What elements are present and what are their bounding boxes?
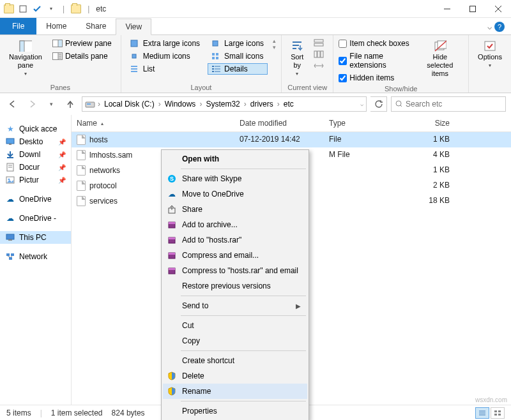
sidebar-quick-access[interactable]: ★Quick acce [0, 123, 71, 135]
help-icon[interactable]: ? [494, 22, 505, 32]
svg-rect-20 [216, 57, 218, 59]
ctx-cut[interactable]: Cut [163, 318, 307, 333]
file-row[interactable]: hosts 07-12-2019 14:42 File 1 KB [72, 132, 511, 147]
layout-medium[interactable]: Medium icons [126, 50, 204, 62]
tab-share[interactable]: Share [76, 18, 116, 34]
maximize-button[interactable] [460, 0, 485, 18]
search-input[interactable] [406, 100, 501, 109]
file-size: 4 KB [397, 147, 455, 163]
tab-view[interactable]: View [116, 19, 151, 35]
refresh-button[interactable] [370, 96, 387, 112]
ctx-copy[interactable]: Copy [163, 333, 307, 349]
layout-scroll-icon[interactable]: ▴▾ [270, 38, 276, 50]
search-box[interactable] [391, 96, 506, 112]
layout-list[interactable]: List [126, 63, 204, 75]
breadcrumb-item[interactable]: System32 [204, 100, 241, 109]
sidebar-label: OneDrive [19, 195, 52, 204]
ctx-share[interactable]: Share [163, 202, 307, 217]
hide-selected-button[interactable]: Hide selected items [417, 38, 463, 81]
group-by-button[interactable] [310, 38, 328, 48]
layout-details[interactable]: Details [208, 63, 268, 75]
ctx-create-shortcut[interactable]: Create shortcut [163, 353, 307, 368]
svg-rect-26 [212, 68, 214, 70]
column-header-type[interactable]: Type [324, 115, 397, 131]
sidebar-item-desktop[interactable]: Deskto📌 [0, 135, 71, 148]
breadcrumb-item[interactable]: drivers [249, 100, 275, 109]
breadcrumb-item[interactable]: Local Disk (C:) [103, 100, 156, 109]
view-thumbnails-toggle[interactable] [491, 407, 505, 419]
drive-icon [85, 100, 95, 109]
column-header-date[interactable]: Date modified [234, 115, 324, 131]
ctx-properties[interactable]: Properties [163, 403, 307, 419]
ctx-compress-hosts-email[interactable]: Compress to "hosts.rar" and email [163, 263, 307, 278]
file-name: protocol [89, 181, 117, 190]
item-check-boxes-toggle[interactable]: Item check boxes [339, 38, 414, 49]
preview-pane-button[interactable]: Preview pane [49, 38, 116, 49]
tab-home[interactable]: Home [36, 18, 76, 34]
sidebar-item-pictures[interactable]: Pictur📌 [0, 174, 71, 186]
address-bar[interactable]: › Local Disk (C:) › Windows › System32 ›… [82, 96, 367, 112]
file-name: services [89, 197, 118, 206]
sidebar-this-pc[interactable]: This PC [0, 231, 71, 244]
svg-rect-58 [6, 253, 10, 256]
ribbon-collapse-icon[interactable]: ⌵ [487, 22, 492, 31]
ctx-open-with[interactable]: Open with [163, 151, 307, 167]
svg-rect-66 [494, 410, 497, 412]
ctx-send-to[interactable]: Send to▶ [163, 298, 307, 313]
sidebar-item-downloads[interactable]: Downl📌 [0, 148, 71, 161]
chevron-right-icon[interactable]: › [157, 100, 162, 109]
options-button[interactable]: Options ▾ [474, 38, 506, 71]
svg-line-62 [11, 256, 12, 257]
shield-icon [167, 371, 177, 381]
file-type [324, 163, 397, 178]
forward-button[interactable] [24, 96, 40, 112]
sidebar-onedrive[interactable]: ☁OneDrive [0, 193, 71, 206]
hidden-items-toggle[interactable]: Hidden items [339, 72, 414, 84]
minimize-button[interactable] [434, 0, 460, 18]
size-columns-button[interactable] [310, 61, 328, 71]
navigation-pane-button[interactable]: Navigation pane ▾ [5, 38, 46, 80]
ctx-move-onedrive[interactable]: ☁Move to OneDrive [163, 186, 307, 202]
column-header-size[interactable]: Size [397, 115, 455, 131]
ctx-rename[interactable]: Rename [163, 384, 307, 399]
up-button[interactable] [63, 96, 78, 112]
view-details-toggle[interactable] [475, 407, 489, 419]
ctx-share-skype[interactable]: SShare with Skype [163, 171, 307, 186]
address-dropdown-icon[interactable]: ⌵ [360, 101, 363, 107]
file-name-extensions-toggle[interactable]: File name extensions [339, 50, 414, 71]
layout-large[interactable]: Large icons [208, 38, 268, 49]
sort-by-button[interactable]: Sort by ▾ [287, 38, 307, 80]
svg-point-46 [396, 101, 401, 106]
close-button[interactable] [485, 0, 511, 18]
sidebar-network[interactable]: Network [0, 250, 71, 263]
ctx-restore[interactable]: Restore previous versions [163, 278, 307, 294]
chevron-right-icon[interactable]: › [96, 100, 102, 109]
layout-small[interactable]: Small icons [208, 50, 268, 62]
ctx-compress-email[interactable]: Compress and email... [163, 248, 307, 263]
qat-dropdown-icon[interactable]: ▾ [46, 4, 56, 14]
app-folder-icon [71, 4, 81, 14]
ctx-add-hosts-rar[interactable]: Add to "hosts.rar" [163, 232, 307, 248]
layout-extra-large[interactable]: Extra large icons [126, 38, 204, 49]
svg-rect-34 [314, 43, 323, 46]
chevron-right-icon[interactable]: › [243, 100, 248, 109]
pin-icon: 📌 [58, 164, 66, 171]
qat-check-icon[interactable] [32, 4, 42, 14]
add-columns-button[interactable] [310, 49, 328, 59]
ctx-add-archive[interactable]: Add to archive... [163, 217, 307, 232]
chevron-right-icon[interactable]: › [198, 100, 203, 109]
breadcrumb-item[interactable]: Windows [164, 100, 197, 109]
ctx-delete[interactable]: Delete [163, 368, 307, 384]
qat-item-icon[interactable] [18, 4, 28, 14]
sidebar-onedrive-2[interactable]: ☁OneDrive - [0, 212, 71, 225]
details-pane-button[interactable]: Details pane [49, 50, 116, 62]
sidebar-item-documents[interactable]: Docur📌 [0, 161, 71, 174]
current-view-group-label: Current view [287, 82, 328, 91]
chevron-right-icon[interactable]: › [276, 100, 281, 109]
tab-strip: File Home Share View ⌵ ? [0, 18, 511, 34]
column-header-name[interactable]: Name ▴ [72, 115, 234, 131]
tab-file[interactable]: File [0, 18, 36, 34]
recent-dropdown[interactable]: ▾ [43, 96, 59, 112]
breadcrumb-item[interactable]: etc [282, 100, 295, 109]
back-button[interactable] [5, 96, 20, 112]
